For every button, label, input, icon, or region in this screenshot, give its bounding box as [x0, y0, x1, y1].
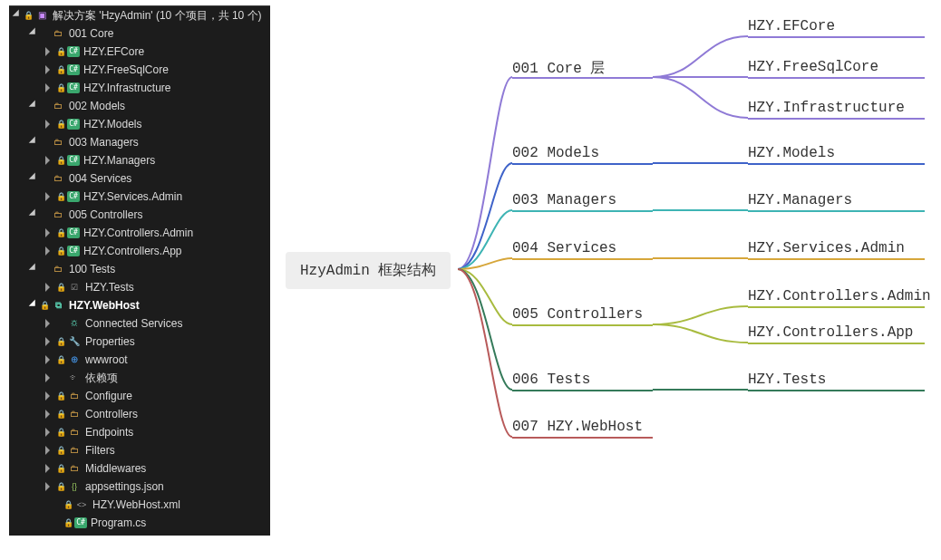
proj-icon: C# — [67, 64, 80, 75]
underline — [748, 210, 925, 212]
link-icon: ᯤ — [67, 372, 82, 384]
chevron-right-icon[interactable] — [45, 446, 54, 455]
chevron-right-icon[interactable] — [45, 228, 54, 237]
chevron-down-icon[interactable] — [29, 174, 38, 183]
tree-label: Configure — [85, 387, 132, 405]
chevron-down-icon[interactable] — [13, 11, 22, 20]
proj-tests[interactable]: 🔒☑HZY.Tests — [9, 278, 270, 296]
chevron-down-icon[interactable] — [29, 29, 38, 38]
chevron-down-icon[interactable] — [29, 138, 38, 147]
chevron-right-icon[interactable] — [45, 391, 54, 401]
folder-icon: 🗀 — [51, 100, 65, 112]
tree-label: Connected Services — [85, 314, 182, 333]
branch-4: 005 Controllers — [512, 306, 643, 323]
chevron-right-icon[interactable] — [45, 246, 54, 256]
connected-services[interactable]: ⛭Connected Services — [9, 314, 270, 333]
chevron-down-icon[interactable] — [29, 101, 38, 111]
chevron-down-icon[interactable] — [29, 301, 38, 310]
underline — [512, 163, 653, 165]
chevron-down-icon[interactable] — [29, 210, 38, 219]
folder-001-core[interactable]: 🗀001 Core — [9, 24, 270, 43]
properties[interactable]: 🔒🔧Properties — [9, 333, 270, 351]
chevron-right-icon[interactable] — [45, 283, 54, 292]
leaf-5-0: HZY.Tests — [748, 372, 826, 388]
leaf-3-0: HZY.Services.Admin — [748, 240, 905, 256]
xml-icon: <> — [74, 498, 89, 511]
chevron-right-icon[interactable] — [45, 319, 54, 328]
proj-services-admin[interactable]: 🔒C#HZY.Services.Admin — [9, 188, 270, 206]
wwwroot[interactable]: 🔒⊕wwwroot — [9, 351, 270, 369]
branch-0: 001 Core 层 — [512, 59, 605, 78]
folder-003-managers[interactable]: 🗀003 Managers — [9, 133, 270, 151]
proj-controllers-app[interactable]: 🔒C#HZY.Controllers.App — [9, 242, 270, 260]
chevron-right-icon[interactable] — [45, 47, 54, 56]
file-program[interactable]: 🔒C#Program.cs — [9, 514, 270, 532]
lock-icon: 🔒 — [56, 61, 65, 79]
folder-endpoints[interactable]: 🔒🗀Endpoints — [9, 423, 270, 441]
root[interactable]: 🔒▣解决方案 'HzyAdmin' (10 个项目，共 10 个) — [9, 6, 270, 24]
underline — [748, 118, 925, 120]
lock-icon: 🔒 — [24, 6, 33, 24]
chevron-right-icon[interactable] — [45, 65, 54, 74]
lock-icon: 🔒 — [56, 115, 65, 133]
tree-label: Properties — [85, 333, 135, 351]
tree-label: HZY.Services.Admin — [83, 188, 182, 206]
folder-middlewares[interactable]: 🔒🗀Middlewares — [9, 459, 270, 478]
chevron-right-icon[interactable] — [45, 373, 54, 382]
proj-infrastructure[interactable]: 🔒C#HZY.Infrastructure — [9, 79, 270, 97]
folderopen-icon: 🗀 — [67, 462, 82, 475]
connected-icon: ⛭ — [67, 317, 82, 330]
chevron-right-icon[interactable] — [45, 355, 54, 364]
underline — [512, 437, 653, 439]
sln-icon: ▣ — [34, 9, 49, 22]
file-webhost-xml[interactable]: 🔒<>HZY.WebHost.xml — [9, 496, 270, 514]
folder-configure[interactable]: 🔒🗀Configure — [9, 387, 270, 405]
file-appsettings[interactable]: 🔒{}appsettings.json — [9, 478, 270, 496]
lock-icon: 🔒 — [56, 333, 65, 351]
cs-icon: C# — [74, 517, 87, 528]
lock-icon: 🔒 — [56, 351, 65, 369]
underline — [748, 306, 925, 308]
chevron-right-icon[interactable] — [45, 464, 54, 473]
branch-3: 004 Services — [512, 240, 616, 256]
proj-controllers-admin[interactable]: 🔒C#HZY.Controllers.Admin — [9, 224, 270, 242]
folder-100-tests[interactable]: 🗀100 Tests — [9, 260, 270, 278]
folder-icon: 🗀 — [51, 263, 65, 275]
proj-efcore[interactable]: 🔒C#HZY.EFCore — [9, 43, 270, 61]
chevron-right-icon[interactable] — [45, 337, 54, 346]
folder-005-controllers[interactable]: 🗀005 Controllers — [9, 206, 270, 224]
chevron-right-icon[interactable] — [45, 156, 54, 165]
folder-icon: 🗀 — [51, 27, 65, 40]
proj-icon: C# — [67, 227, 80, 238]
proj-freesqlcore[interactable]: 🔒C#HZY.FreeSqlCore — [9, 61, 270, 79]
underline — [512, 324, 653, 326]
dependencies[interactable]: ᯤ依赖项 — [9, 369, 270, 387]
lock-icon: 🔒 — [56, 43, 65, 61]
chevron-right-icon[interactable] — [45, 482, 54, 491]
tree-label: HZY.WebHost.xml — [92, 496, 180, 514]
leaf-4-1: HZY.Controllers.App — [748, 324, 913, 341]
proj-webhost[interactable]: 🔒⧉HZY.WebHost — [9, 296, 270, 314]
lock-icon: 🔒 — [56, 188, 65, 206]
folder-controllers[interactable]: 🔒🗀Controllers — [9, 405, 270, 423]
underline — [512, 390, 653, 391]
tree-label: 依赖项 — [85, 369, 118, 387]
tree-label: HZY.FreeSqlCore — [83, 61, 169, 79]
mindmap: HzyAdmin 框架结构 001 Core 层HZY.EFCoreHZY.Fr… — [272, 0, 941, 560]
lock-icon: 🔒 — [63, 514, 73, 532]
chevron-right-icon[interactable] — [45, 83, 54, 92]
chevron-right-icon[interactable] — [45, 428, 54, 437]
chevron-down-icon[interactable] — [29, 265, 38, 274]
chevron-right-icon[interactable] — [45, 192, 54, 201]
proj-managers[interactable]: 🔒C#HZY.Managers — [9, 151, 270, 169]
tree-label: appsettings.json — [85, 478, 164, 496]
folder-004-services[interactable]: 🗀004 Services — [9, 169, 270, 188]
chevron-right-icon[interactable] — [45, 120, 54, 129]
folder-002-models[interactable]: 🗀002 Models — [9, 97, 270, 115]
folder-filters[interactable]: 🔒🗀Filters — [9, 441, 270, 459]
solution-explorer[interactable]: 🔒▣解决方案 'HzyAdmin' (10 个项目，共 10 个)🗀001 Co… — [9, 5, 270, 536]
proj-icon: ⧉ — [51, 299, 65, 312]
proj-models[interactable]: 🔒C#HZY.Models — [9, 115, 270, 133]
chevron-right-icon[interactable] — [45, 410, 54, 419]
lock-icon: 🔒 — [56, 151, 65, 169]
